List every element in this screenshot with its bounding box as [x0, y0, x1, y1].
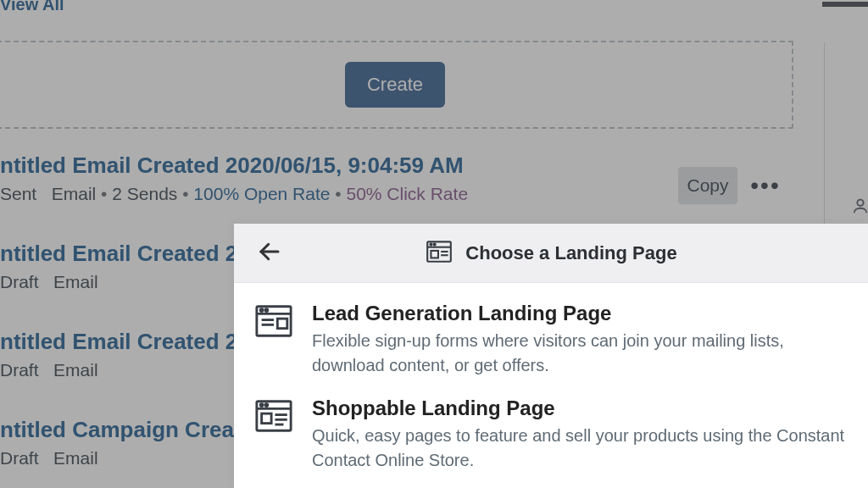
more-actions-button[interactable]: ••• — [746, 167, 785, 204]
view-all-link[interactable]: View All — [0, 0, 64, 14]
profile-icon[interactable] — [851, 197, 868, 215]
option-shoppable[interactable]: Shoppable Landing Page Quick, easy pages… — [254, 396, 848, 473]
svg-point-11 — [260, 309, 263, 312]
landing-page-picker: Choose a Landing Page Lead Generation La… — [234, 224, 868, 488]
svg-point-18 — [260, 404, 263, 407]
sends-label: 2 Sends — [101, 184, 177, 203]
campaign-meta: Sent Email 2 Sends 100% Open Rate 50% Cl… — [0, 184, 797, 204]
svg-point-12 — [265, 309, 268, 312]
click-rate-label: 50% Click Rate — [335, 184, 468, 203]
option-desc: Flexible sign-up forms where visitors ca… — [312, 329, 848, 378]
create-area: Create — [0, 41, 793, 129]
type-label: Email — [53, 448, 98, 468]
type-label: Email — [52, 184, 97, 203]
svg-point-4 — [431, 243, 432, 245]
divider — [822, 2, 868, 7]
svg-point-19 — [265, 404, 268, 407]
status-label: Draft — [0, 272, 39, 291]
landing-page-icon — [425, 237, 453, 269]
status-label: Draft — [0, 448, 39, 468]
svg-point-0 — [857, 200, 863, 206]
copy-button[interactable]: Copy — [678, 167, 737, 204]
svg-rect-20 — [262, 413, 272, 424]
arrow-left-icon — [257, 239, 282, 264]
open-rate-label: 100% Open Rate — [182, 184, 330, 203]
picker-title: Choose a Landing Page — [465, 242, 676, 264]
option-lead-generation[interactable]: Lead Generation Landing Page Flexible si… — [254, 302, 848, 378]
picker-header: Choose a Landing Page — [234, 224, 868, 283]
form-page-icon — [254, 302, 293, 341]
option-title: Lead Generation Landing Page — [312, 302, 848, 325]
type-label: Email — [53, 360, 98, 380]
type-label: Email — [53, 272, 98, 291]
svg-point-5 — [434, 243, 436, 245]
status-label: Draft — [0, 360, 39, 380]
svg-rect-6 — [431, 250, 439, 258]
create-button[interactable]: Create — [345, 62, 445, 108]
shop-page-icon — [254, 396, 293, 435]
option-desc: Quick, easy pages to feature and sell yo… — [312, 424, 848, 473]
svg-rect-15 — [277, 319, 287, 329]
back-button[interactable] — [253, 236, 287, 270]
status-label: Sent — [0, 184, 36, 203]
campaign-title: ntitled Email Created 2020/06/15, 9:04:5… — [0, 152, 797, 179]
option-title: Shoppable Landing Page — [312, 396, 848, 420]
campaign-row[interactable]: ntitled Email Created 2020/06/15, 9:04:5… — [0, 152, 797, 204]
